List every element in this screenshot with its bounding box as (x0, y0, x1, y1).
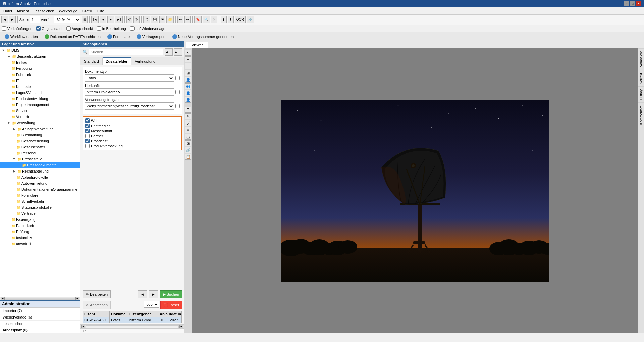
expand-anlagenverwaltung[interactable]: ▶ (11, 126, 17, 132)
vt-text[interactable]: T (185, 107, 191, 113)
viewer-tab-viewer[interactable]: Viewer (186, 42, 208, 48)
col-dokume[interactable]: Dokume... (110, 311, 128, 317)
tree-item-einkauf[interactable]: 📁 Einkauf (0, 59, 80, 65)
nav-next-btn[interactable]: ► (149, 290, 158, 298)
import-button[interactable]: ⬇ (228, 16, 234, 23)
tree-item-pruefung[interactable]: 📁 Prüfung (0, 229, 80, 235)
vt-eraser[interactable]: ⬚ (185, 134, 191, 140)
vt-stamp[interactable]: 📋 (185, 154, 191, 160)
tree-item-testarchiv[interactable]: 📁 testarchiv (0, 235, 80, 241)
menu-datei[interactable]: Datei (1, 8, 14, 14)
middle-scrollbar[interactable]: ◄ ► (80, 324, 184, 328)
cb-web-input[interactable] (85, 118, 90, 123)
menu-ansicht[interactable]: Ansicht (15, 8, 31, 14)
search-left-btn[interactable]: ◄ (165, 48, 173, 56)
table-row[interactable]: CC-BY-SA 2.0 Fotos bitfarm GmbH 01.11.20… (83, 317, 182, 323)
tree-item-faxeingang[interactable]: 📁 Faxeingang (0, 216, 80, 223)
tree-item-unverteilt[interactable]: 📁 unverteilt (0, 241, 80, 247)
redo-button[interactable]: ↪ (184, 16, 191, 23)
nav-next[interactable]: ► (107, 16, 114, 23)
tab-standard[interactable]: Standard (80, 57, 103, 65)
vt-zoom-in[interactable]: + (185, 56, 191, 62)
close-button[interactable]: ✕ (636, 1, 641, 6)
tree-item-ablaufprotokolle[interactable]: 📁 Ablaufprotokolle (0, 174, 80, 180)
expand-pressestelle[interactable]: ▼ (11, 156, 17, 162)
vt-pen[interactable]: ✎ (185, 113, 191, 119)
print-button[interactable]: 🖨 (143, 16, 150, 23)
cb-messeauftritt-input[interactable] (85, 129, 90, 133)
tree-item-lagerversand[interactable]: 📁 Lager&Versand (0, 90, 80, 96)
cb-originaldatei[interactable] (36, 26, 41, 31)
scroll-right-arrow[interactable]: ► (75, 297, 79, 300)
side-label-volltext[interactable]: Volltext (638, 70, 644, 86)
cb-verknuepfungen[interactable] (2, 26, 6, 31)
tree-item-sitzungsprotokolle[interactable]: 📁 Sitzungsprotokolle (0, 204, 80, 210)
tree-item-projektmanagement[interactable]: 📁 Projektmanagement (0, 102, 80, 108)
tree-item-produktentwicklung[interactable]: 📁 Produktentwicklung (0, 96, 80, 102)
tree-item-papierkorb[interactable]: 📁 Papierkorb (0, 223, 80, 229)
scroll-left-arrow[interactable]: ◄ (1, 297, 5, 300)
menu-werkzeuge[interactable]: Werkzeuge (57, 8, 79, 14)
admin-arbeitsplatz[interactable]: Arbeitsplatz (0) (0, 327, 80, 333)
forward-button[interactable]: ► (9, 16, 16, 23)
tree-item-beispielstrukturen[interactable]: ▶ 📁 Beispielstrukturen (0, 53, 80, 59)
tree-item-dms[interactable]: ▼ 📁 DMS (0, 47, 80, 53)
menu-hilfe[interactable]: Hilfe (95, 8, 106, 14)
cb-auf-wiedervorlage[interactable] (130, 26, 135, 31)
dokumenttyp-checkbox[interactable] (175, 76, 180, 80)
tree-item-rechtsabteilung[interactable]: ▶ 📁 Rechtsabteilung (0, 168, 80, 174)
folder-button[interactable]: 📁 (166, 16, 174, 23)
vt-link[interactable]: 🔗 (185, 147, 191, 153)
menu-lesezeichen[interactable]: Lesezeichen (32, 8, 56, 14)
expand-rechtsabteilung[interactable]: ▶ (11, 168, 17, 174)
tree-item-personal[interactable]: 📁 Personal (0, 150, 80, 156)
datev-btn[interactable]: Dokument an DATEV schicken (43, 34, 103, 40)
tree-item-pressedokumente[interactable]: 📁 Pressedokumente (0, 162, 80, 168)
admin-wiedervorlage[interactable]: Wiedervorlage (6) (0, 314, 80, 321)
search-global[interactable]: 🔍 (203, 16, 210, 23)
check-in-bearbeitung[interactable]: in Bearbeitung (97, 26, 126, 31)
check-auf-wiedervorlage[interactable]: auf Wiedervorlage (130, 26, 165, 31)
expand-verwaltung[interactable]: ▼ (6, 120, 11, 126)
vt-fit[interactable]: ⊞ (185, 70, 191, 76)
count-select[interactable]: 500 100 250 (144, 301, 159, 308)
cb-ausgecheckt[interactable] (66, 26, 71, 31)
vt-cursor[interactable]: ↖ (185, 50, 191, 56)
tree-item-dokumentationen[interactable]: 📁 Dokumentationen&Organigramme (0, 186, 80, 192)
tree-item-gesellschafter[interactable]: 📁 Gesellschafter (0, 144, 80, 150)
check-verknuepfungen[interactable]: Verknüpfungen (2, 26, 32, 31)
dokumenttyp-select[interactable]: Fotos (85, 74, 174, 82)
vt-zoom-out[interactable]: − (185, 63, 191, 69)
save-button[interactable]: 💾 (151, 16, 158, 23)
herkunft-checkbox[interactable] (175, 90, 180, 94)
nav-prev[interactable]: ◄ (100, 16, 106, 23)
tree-horizontal-scrollbar[interactable]: ◄ ► (0, 297, 80, 300)
expand-dms[interactable]: ▼ (1, 48, 6, 53)
vertragsreport-btn[interactable]: Vertragsreport (135, 34, 168, 40)
vt-user3[interactable]: 👤 (185, 90, 191, 96)
nav-first[interactable]: |◄ (91, 16, 99, 23)
search-right-btn[interactable]: ► (174, 48, 182, 56)
export-button[interactable]: ⬆ (221, 16, 227, 23)
expand-beispiel[interactable]: ▶ (6, 54, 11, 59)
tree-item-schriftverkehr[interactable]: 📁 Schriftverkehr (0, 198, 80, 204)
formulare-btn[interactable]: Formulare (105, 34, 132, 40)
bearbeiten-button[interactable]: ✏ Bearbeiten (83, 290, 111, 298)
mid-scroll-left[interactable]: ◄ (81, 325, 85, 328)
admin-lesezeichen[interactable]: Lesezeichen (0, 321, 80, 327)
tree-item-vertrieb[interactable]: 📁 Vertrieb (0, 114, 80, 120)
tree-item-formulare[interactable]: 📁 Formulare (0, 192, 80, 198)
col-lizenzgeber[interactable]: Lizenzgeber (128, 311, 158, 317)
tab-verknuepfung[interactable]: Verknüpfung (131, 57, 159, 65)
email-button[interactable]: ✉ (159, 16, 165, 23)
reset-button[interactable]: ⛔ Reset (160, 301, 182, 309)
herkunft-input[interactable] (85, 88, 174, 96)
vt-draw[interactable]: ✏ (185, 127, 191, 133)
cb-printmedien-input[interactable] (85, 124, 90, 128)
workflow-starten-btn[interactable]: Workflow starten (3, 34, 40, 40)
side-label-history[interactable]: History (638, 86, 644, 102)
mid-scroll-right[interactable]: ► (179, 325, 183, 328)
cb-broadcast-input[interactable] (85, 139, 90, 143)
zoom-select[interactable]: 62,94 % 100 % 50 % (54, 16, 80, 23)
tree-item-kontakte[interactable]: 📁 Kontakte (0, 84, 80, 90)
